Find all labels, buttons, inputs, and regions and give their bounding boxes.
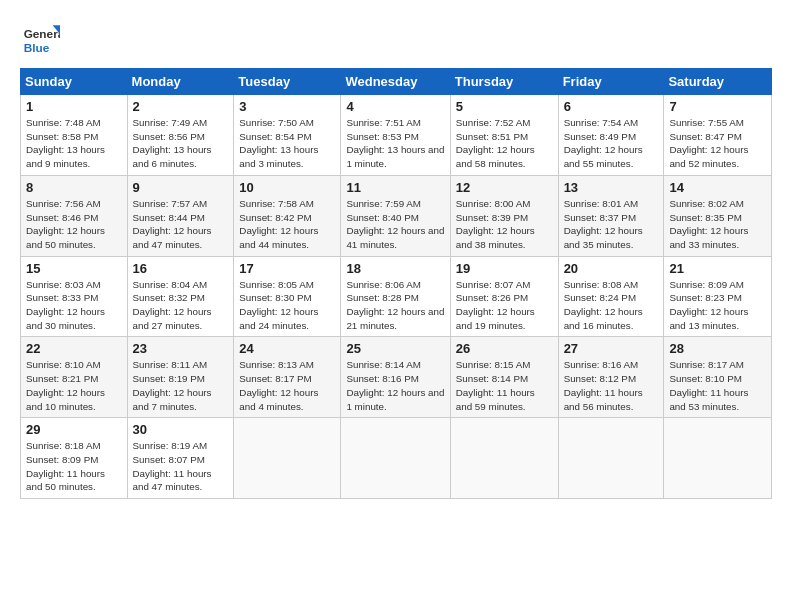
logo-icon: General Blue xyxy=(20,18,60,58)
day-number: 7 xyxy=(669,99,766,114)
day-info: Sunrise: 8:18 AMSunset: 8:09 PMDaylight:… xyxy=(26,439,122,494)
calendar-cell: 5Sunrise: 7:52 AMSunset: 8:51 PMDaylight… xyxy=(450,95,558,176)
calendar-week-row: 8Sunrise: 7:56 AMSunset: 8:46 PMDaylight… xyxy=(21,175,772,256)
day-number: 6 xyxy=(564,99,659,114)
day-number: 9 xyxy=(133,180,229,195)
calendar-cell: 21Sunrise: 8:09 AMSunset: 8:23 PMDayligh… xyxy=(664,256,772,337)
calendar-cell xyxy=(450,418,558,499)
day-number: 25 xyxy=(346,341,444,356)
day-of-week-header: Monday xyxy=(127,69,234,95)
day-number: 14 xyxy=(669,180,766,195)
day-number: 2 xyxy=(133,99,229,114)
calendar-cell: 20Sunrise: 8:08 AMSunset: 8:24 PMDayligh… xyxy=(558,256,664,337)
calendar-cell: 19Sunrise: 8:07 AMSunset: 8:26 PMDayligh… xyxy=(450,256,558,337)
day-number: 24 xyxy=(239,341,335,356)
calendar-cell: 10Sunrise: 7:58 AMSunset: 8:42 PMDayligh… xyxy=(234,175,341,256)
calendar-cell: 14Sunrise: 8:02 AMSunset: 8:35 PMDayligh… xyxy=(664,175,772,256)
calendar-cell: 24Sunrise: 8:13 AMSunset: 8:17 PMDayligh… xyxy=(234,337,341,418)
day-number: 30 xyxy=(133,422,229,437)
calendar-cell: 25Sunrise: 8:14 AMSunset: 8:16 PMDayligh… xyxy=(341,337,450,418)
calendar-cell: 15Sunrise: 8:03 AMSunset: 8:33 PMDayligh… xyxy=(21,256,128,337)
calendar-cell: 3Sunrise: 7:50 AMSunset: 8:54 PMDaylight… xyxy=(234,95,341,176)
calendar-cell: 4Sunrise: 7:51 AMSunset: 8:53 PMDaylight… xyxy=(341,95,450,176)
calendar-table: SundayMondayTuesdayWednesdayThursdayFrid… xyxy=(20,68,772,499)
calendar-cell: 30Sunrise: 8:19 AMSunset: 8:07 PMDayligh… xyxy=(127,418,234,499)
day-number: 4 xyxy=(346,99,444,114)
day-of-week-header: Sunday xyxy=(21,69,128,95)
day-info: Sunrise: 7:55 AMSunset: 8:47 PMDaylight:… xyxy=(669,116,766,171)
day-info: Sunrise: 8:17 AMSunset: 8:10 PMDaylight:… xyxy=(669,358,766,413)
day-info: Sunrise: 8:16 AMSunset: 8:12 PMDaylight:… xyxy=(564,358,659,413)
day-number: 5 xyxy=(456,99,553,114)
day-number: 8 xyxy=(26,180,122,195)
calendar-cell: 2Sunrise: 7:49 AMSunset: 8:56 PMDaylight… xyxy=(127,95,234,176)
day-number: 27 xyxy=(564,341,659,356)
day-info: Sunrise: 8:02 AMSunset: 8:35 PMDaylight:… xyxy=(669,197,766,252)
day-number: 17 xyxy=(239,261,335,276)
calendar-week-row: 22Sunrise: 8:10 AMSunset: 8:21 PMDayligh… xyxy=(21,337,772,418)
day-number: 29 xyxy=(26,422,122,437)
day-info: Sunrise: 8:19 AMSunset: 8:07 PMDaylight:… xyxy=(133,439,229,494)
day-info: Sunrise: 8:08 AMSunset: 8:24 PMDaylight:… xyxy=(564,278,659,333)
day-of-week-header: Saturday xyxy=(664,69,772,95)
day-info: Sunrise: 7:59 AMSunset: 8:40 PMDaylight:… xyxy=(346,197,444,252)
day-number: 22 xyxy=(26,341,122,356)
day-number: 16 xyxy=(133,261,229,276)
day-number: 26 xyxy=(456,341,553,356)
day-of-week-header: Wednesday xyxy=(341,69,450,95)
calendar-week-row: 1Sunrise: 7:48 AMSunset: 8:58 PMDaylight… xyxy=(21,95,772,176)
day-number: 18 xyxy=(346,261,444,276)
calendar-cell: 7Sunrise: 7:55 AMSunset: 8:47 PMDaylight… xyxy=(664,95,772,176)
calendar-cell: 12Sunrise: 8:00 AMSunset: 8:39 PMDayligh… xyxy=(450,175,558,256)
calendar-header-row: SundayMondayTuesdayWednesdayThursdayFrid… xyxy=(21,69,772,95)
day-number: 13 xyxy=(564,180,659,195)
header: General Blue xyxy=(20,18,772,58)
day-of-week-header: Thursday xyxy=(450,69,558,95)
day-info: Sunrise: 8:06 AMSunset: 8:28 PMDaylight:… xyxy=(346,278,444,333)
day-info: Sunrise: 8:00 AMSunset: 8:39 PMDaylight:… xyxy=(456,197,553,252)
calendar-cell xyxy=(558,418,664,499)
calendar-cell: 26Sunrise: 8:15 AMSunset: 8:14 PMDayligh… xyxy=(450,337,558,418)
day-number: 11 xyxy=(346,180,444,195)
day-info: Sunrise: 7:54 AMSunset: 8:49 PMDaylight:… xyxy=(564,116,659,171)
day-number: 28 xyxy=(669,341,766,356)
day-number: 12 xyxy=(456,180,553,195)
day-info: Sunrise: 8:01 AMSunset: 8:37 PMDaylight:… xyxy=(564,197,659,252)
calendar-cell: 17Sunrise: 8:05 AMSunset: 8:30 PMDayligh… xyxy=(234,256,341,337)
calendar-cell: 29Sunrise: 8:18 AMSunset: 8:09 PMDayligh… xyxy=(21,418,128,499)
day-number: 20 xyxy=(564,261,659,276)
calendar-cell: 9Sunrise: 7:57 AMSunset: 8:44 PMDaylight… xyxy=(127,175,234,256)
day-info: Sunrise: 7:50 AMSunset: 8:54 PMDaylight:… xyxy=(239,116,335,171)
day-info: Sunrise: 8:04 AMSunset: 8:32 PMDaylight:… xyxy=(133,278,229,333)
day-info: Sunrise: 7:57 AMSunset: 8:44 PMDaylight:… xyxy=(133,197,229,252)
calendar-cell: 8Sunrise: 7:56 AMSunset: 8:46 PMDaylight… xyxy=(21,175,128,256)
day-info: Sunrise: 7:49 AMSunset: 8:56 PMDaylight:… xyxy=(133,116,229,171)
calendar-cell xyxy=(664,418,772,499)
day-info: Sunrise: 7:58 AMSunset: 8:42 PMDaylight:… xyxy=(239,197,335,252)
day-info: Sunrise: 8:09 AMSunset: 8:23 PMDaylight:… xyxy=(669,278,766,333)
svg-text:General: General xyxy=(24,27,60,41)
day-info: Sunrise: 8:15 AMSunset: 8:14 PMDaylight:… xyxy=(456,358,553,413)
day-number: 10 xyxy=(239,180,335,195)
day-info: Sunrise: 7:52 AMSunset: 8:51 PMDaylight:… xyxy=(456,116,553,171)
day-info: Sunrise: 8:11 AMSunset: 8:19 PMDaylight:… xyxy=(133,358,229,413)
calendar-cell: 23Sunrise: 8:11 AMSunset: 8:19 PMDayligh… xyxy=(127,337,234,418)
page: General Blue SundayMondayTuesdayWednesda… xyxy=(0,0,792,612)
svg-text:Blue: Blue xyxy=(24,41,50,55)
day-info: Sunrise: 8:13 AMSunset: 8:17 PMDaylight:… xyxy=(239,358,335,413)
calendar-cell: 27Sunrise: 8:16 AMSunset: 8:12 PMDayligh… xyxy=(558,337,664,418)
calendar-week-row: 29Sunrise: 8:18 AMSunset: 8:09 PMDayligh… xyxy=(21,418,772,499)
day-info: Sunrise: 8:05 AMSunset: 8:30 PMDaylight:… xyxy=(239,278,335,333)
day-number: 15 xyxy=(26,261,122,276)
calendar-cell: 22Sunrise: 8:10 AMSunset: 8:21 PMDayligh… xyxy=(21,337,128,418)
day-of-week-header: Tuesday xyxy=(234,69,341,95)
day-info: Sunrise: 8:03 AMSunset: 8:33 PMDaylight:… xyxy=(26,278,122,333)
day-of-week-header: Friday xyxy=(558,69,664,95)
day-number: 1 xyxy=(26,99,122,114)
calendar-cell: 1Sunrise: 7:48 AMSunset: 8:58 PMDaylight… xyxy=(21,95,128,176)
calendar-cell: 11Sunrise: 7:59 AMSunset: 8:40 PMDayligh… xyxy=(341,175,450,256)
day-number: 19 xyxy=(456,261,553,276)
logo: General Blue xyxy=(20,18,60,58)
day-info: Sunrise: 8:14 AMSunset: 8:16 PMDaylight:… xyxy=(346,358,444,413)
calendar-cell: 28Sunrise: 8:17 AMSunset: 8:10 PMDayligh… xyxy=(664,337,772,418)
